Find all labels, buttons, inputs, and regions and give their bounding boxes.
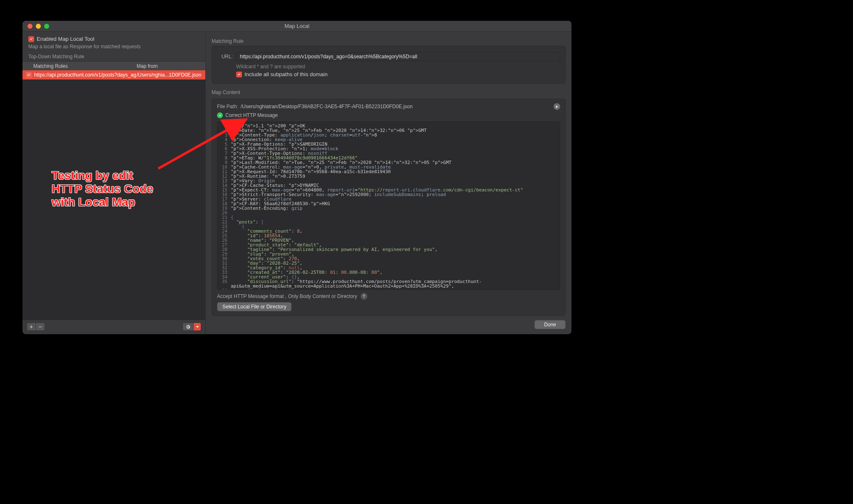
arrow-right-icon [555, 105, 559, 109]
matching-rule-panel: URL: Wildcard * and ? are supported Incl… [212, 46, 566, 84]
done-button[interactable]: Done [534, 320, 566, 329]
include-subpaths-checkbox[interactable] [236, 72, 242, 77]
svg-line-0 [158, 121, 244, 169]
enabled-checkbox[interactable] [28, 36, 34, 42]
rule-checkbox[interactable] [26, 72, 32, 78]
code-editor[interactable]: 1 2 3 4 5 6 7 8 9 10 11 12 13 14 15 16 1… [217, 122, 560, 290]
titlebar: Map Local [22, 21, 571, 32]
url-input[interactable] [236, 52, 560, 61]
window-title: Map Local [22, 23, 571, 29]
url-label: URL: [217, 54, 233, 60]
check-icon [237, 72, 241, 77]
check-icon [27, 73, 31, 77]
help-button[interactable]: ? [361, 293, 367, 300]
map-content-label: Map Content [212, 89, 566, 95]
reveal-file-button[interactable] [554, 103, 560, 110]
annotation-text: Testing by edit HTTP Status Code with Lo… [52, 169, 153, 209]
chevron-down-icon [196, 325, 199, 328]
rule-url: https://api.producthunt.com/v1/posts?day… [34, 72, 137, 78]
remove-rule-button[interactable]: − [36, 323, 45, 331]
right-pane: Matching Rule URL: Wildcard * and ? are … [206, 32, 571, 334]
wildcard-hint: Wildcard * and ? are supported [236, 64, 560, 70]
enabled-label: Enabled Map Local Tool [37, 36, 95, 42]
annotation-arrow [146, 87, 254, 171]
rule-from: /Users/nghia...1D0FD0E.json [137, 72, 205, 78]
include-subpaths-label: Include all subpaths of this domain [244, 71, 327, 77]
add-rule-button[interactable]: + [27, 323, 36, 331]
code-body[interactable]: HTTP/"n">1.1 "n">200 "p">OK "p">Date: "n… [230, 122, 560, 289]
matching-rule-label: Matching Rule [212, 38, 566, 44]
rules-header: Matching Rules Map from [22, 61, 205, 70]
col-matching-rules: Matching Rules [33, 63, 137, 69]
rules-section-label: Top-Down Matching Rule [28, 54, 200, 60]
rule-row[interactable]: https://api.producthunt.com/v1/posts?day… [22, 70, 205, 79]
accept-hint: Accept HTTP Message format , Only Body C… [217, 293, 357, 299]
map-content-panel: File Path: /Users/nghiatran/Desktop/F38A… [212, 99, 566, 316]
col-map-from: Map from [137, 63, 205, 69]
left-description: Map a local file as Response for matched… [28, 44, 200, 50]
gear-icon [185, 324, 191, 330]
check-icon [29, 37, 33, 41]
settings-button[interactable] [182, 323, 194, 331]
settings-dropdown[interactable] [194, 323, 201, 331]
file-path-value: /Users/nghiatran/Desktop/F38AB2FC-3AE5-4… [241, 104, 551, 109]
select-file-button[interactable]: Select Local File or Directory [217, 302, 292, 311]
